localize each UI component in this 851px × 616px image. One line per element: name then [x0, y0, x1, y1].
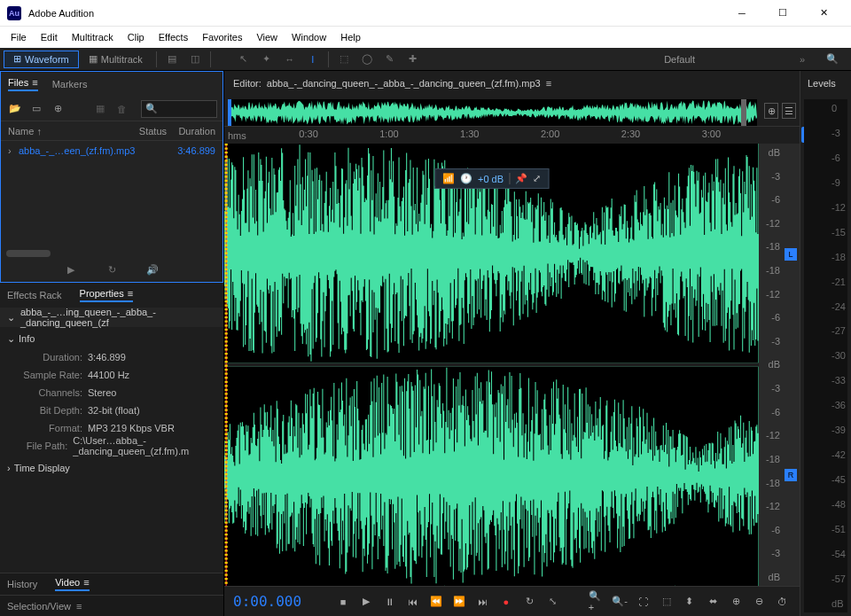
view-waveform-button[interactable]: ⊞ Waveform	[4, 51, 79, 68]
expand-icon[interactable]: ⌄	[7, 312, 15, 324]
channel-left-label[interactable]: L	[785, 248, 797, 261]
go-end-button[interactable]: ⏭	[475, 591, 491, 612]
zoom-out-icon[interactable]: 🔍-	[612, 591, 628, 612]
lasso-tool-icon[interactable]: ◯	[355, 48, 379, 71]
open-file-icon[interactable]: 📂	[6, 100, 24, 118]
tab-video[interactable]: Video≡	[55, 577, 89, 591]
level-tick: -15	[831, 227, 846, 238]
zoom-in-v-icon[interactable]: ⬍	[682, 591, 698, 612]
stop-button[interactable]: ■	[335, 591, 351, 612]
timeline-ruler[interactable]: hms 0:30 1:00 1:30 2:00 2:30 3:00 📍 ⚙	[224, 126, 800, 144]
spectral-display-icon[interactable]: ▤	[160, 48, 183, 71]
zoom-out-v-icon[interactable]: ⬌	[705, 591, 721, 612]
tab-history[interactable]: History	[7, 579, 37, 589]
info-section-toggle[interactable]: ⌄Info	[7, 329, 216, 348]
close-button[interactable]: ✕	[803, 0, 844, 27]
menu-favorites[interactable]: Favorites	[195, 28, 249, 46]
expand-hud-icon[interactable]: ⤢	[533, 173, 541, 184]
preview-loop-icon[interactable]: ↻	[100, 258, 123, 281]
heal-tool-icon[interactable]: ✚	[402, 48, 425, 71]
level-tick: -51	[831, 524, 846, 534]
menu-effects[interactable]: Effects	[152, 28, 195, 46]
timecode-display[interactable]: 0:00.000	[233, 593, 301, 610]
pin-icon[interactable]: 📌	[509, 173, 527, 184]
menu-view[interactable]: View	[249, 28, 285, 46]
brush-tool-icon[interactable]: ✎	[379, 48, 402, 71]
pitch-display-icon[interactable]: ◫	[183, 48, 207, 71]
tab-files[interactable]: Files≡	[8, 77, 38, 91]
hamburger-icon[interactable]: ≡	[546, 78, 551, 89]
menu-file[interactable]: File	[4, 28, 34, 46]
record-button[interactable]: ●	[498, 591, 514, 612]
hud-panel[interactable]: 📶 🕐 +0 dB 📌 ⤢	[434, 168, 549, 189]
play-button[interactable]: ▶	[358, 591, 374, 612]
column-name[interactable]: Name ↑	[8, 126, 131, 136]
workspace-more-icon[interactable]: »	[791, 48, 814, 71]
overview-zoom-icon[interactable]: ⊕	[764, 103, 778, 119]
channel-right-label[interactable]: R	[785, 469, 797, 481]
level-tick: -30	[831, 350, 846, 361]
waveform-overview[interactable]	[228, 99, 757, 126]
hamburger-icon[interactable]: ≡	[128, 288, 133, 299]
forward-button[interactable]: ⏩	[451, 591, 467, 612]
zoom-in-point-icon[interactable]: ⊕	[728, 591, 744, 612]
time-select-tool-icon[interactable]: I	[301, 48, 324, 71]
tab-markers[interactable]: Markers	[52, 79, 88, 90]
overview-list-icon[interactable]: ☰	[782, 103, 796, 119]
waveform-label: Waveform	[25, 54, 69, 65]
zoom-reset-icon[interactable]: ⏱	[775, 591, 791, 612]
expand-icon[interactable]: ›	[8, 145, 19, 156]
column-status[interactable]: Status	[131, 126, 167, 136]
hamburger-icon[interactable]: ≡	[32, 77, 37, 88]
file-row[interactable]: › abba_-_…een_(zf.fm).mp3 3:46.899	[1, 141, 223, 160]
import-icon[interactable]: ▭	[27, 100, 45, 118]
menu-edit[interactable]: Edit	[34, 28, 65, 46]
files-scrollbar[interactable]	[6, 250, 51, 257]
pause-button[interactable]: ⏸	[382, 591, 398, 612]
go-start-button[interactable]: ⏮	[405, 591, 421, 612]
column-duration[interactable]: Duration	[167, 126, 215, 136]
rewind-button[interactable]: ⏪	[428, 591, 444, 612]
insert-multitrack-icon[interactable]: ▦	[91, 100, 109, 118]
selection-view-label[interactable]: Selection/View	[7, 601, 71, 612]
delete-icon[interactable]: 🗑	[113, 100, 130, 118]
hamburger-icon[interactable]: ≡	[76, 601, 82, 612]
search-help-icon[interactable]: 🔍	[821, 48, 844, 71]
levels-panel-header[interactable]: Levels	[800, 71, 851, 96]
waveform-editor[interactable]: 📶 🕐 +0 dB 📌 ⤢	[224, 144, 759, 586]
skip-selection-button[interactable]: ⤡	[544, 591, 560, 612]
editor-filename: abba_-_dancing_queen_-_abba_-_dancing_qu…	[267, 78, 541, 89]
files-search-input[interactable]: 🔍	[141, 100, 217, 118]
preview-auto-icon[interactable]: 🔊	[141, 258, 164, 281]
hamburger-icon[interactable]: ≡	[83, 577, 89, 588]
time-display-toggle[interactable]: ›Time Display	[7, 458, 216, 478]
workspace-label[interactable]: Default	[664, 54, 695, 65]
level-tick: -54	[831, 549, 846, 559]
app-title: Adobe Audition	[28, 8, 722, 19]
marquee-tool-icon[interactable]: ⬚	[332, 48, 355, 71]
new-file-icon[interactable]: ⊕	[49, 100, 66, 118]
tab-properties[interactable]: Properties≡	[80, 288, 134, 302]
time-tick: 2:00	[541, 129, 559, 139]
tab-effects-rack[interactable]: Effects Rack	[7, 290, 62, 300]
menu-clip[interactable]: Clip	[121, 28, 152, 46]
menu-help[interactable]: Help	[333, 28, 368, 46]
zoom-in-icon[interactable]: 🔍+	[589, 591, 605, 612]
menu-multitrack[interactable]: Multitrack	[65, 28, 121, 46]
move-tool-icon[interactable]: ↖	[232, 48, 255, 71]
loop-button[interactable]: ↻	[521, 591, 537, 612]
zoom-out-point-icon[interactable]: ⊖	[752, 591, 768, 612]
levels-meter[interactable]: 0 -3 -6 -9 -12 -15 -18 -21 -24 -27 -30 -…	[804, 99, 847, 612]
time-tick: 0:30	[299, 129, 317, 139]
zoom-sel-icon[interactable]: ⬚	[659, 591, 675, 612]
volume-icon[interactable]: 📶	[442, 173, 455, 184]
minimize-button[interactable]: ─	[722, 0, 762, 27]
menu-window[interactable]: Window	[285, 28, 333, 46]
view-multitrack-button[interactable]: ▦ Multitrack	[79, 51, 152, 68]
preview-play-icon[interactable]: ▶	[59, 258, 82, 281]
clock-icon[interactable]: 🕐	[460, 173, 472, 184]
zoom-fit-icon[interactable]: ⛶	[635, 591, 651, 612]
razor-tool-icon[interactable]: ✦	[255, 48, 278, 71]
slip-tool-icon[interactable]: ↔	[278, 48, 301, 71]
maximize-button[interactable]: ☐	[762, 0, 803, 27]
